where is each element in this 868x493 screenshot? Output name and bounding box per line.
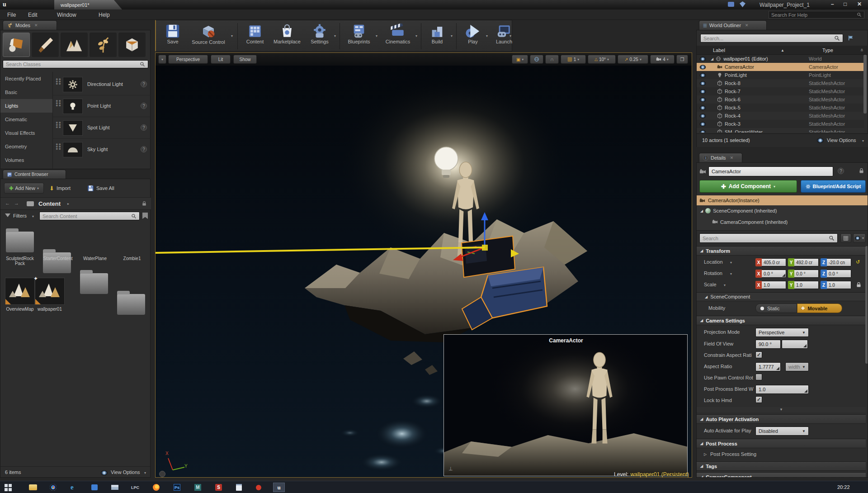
aspect-ratio-input[interactable]: 1.7777 [755,362,781,371]
drag-handle-icon[interactable]: ●●●●●● [56,143,61,150]
location-y[interactable]: Y492.0 cr [788,258,819,266]
outliner-scrollbar[interactable] [863,55,867,114]
details-tab[interactable]: i Details ✕ [699,153,742,162]
category-recently-placed[interactable]: Recently Placed [0,72,52,85]
visibility-eye-icon[interactable] [700,105,706,110]
rotation-caret-icon[interactable]: ▾ [730,272,732,276]
gem-icon[interactable] [740,1,745,7]
visibility-eye-icon[interactable] [700,89,706,94]
menu-file[interactable]: File [7,12,16,18]
mode-foliage-button[interactable] [90,33,117,57]
category-lights[interactable]: Lights [0,99,52,113]
field-of-view-slider[interactable] [782,340,808,349]
property-matrix-button[interactable] [840,233,851,243]
start-button[interactable] [5,484,12,491]
lock-to-hmd-checkbox[interactable]: ✓ [755,396,762,403]
category-basic[interactable]: Basic [0,85,52,99]
maximize-viewport-button[interactable]: ❐ [676,55,688,64]
asset-overviewmap[interactable] [5,278,35,305]
rotation-y[interactable]: Y0.0 ° [788,270,819,278]
level-tab[interactable]: wallpaper01* [54,0,122,9]
column-label[interactable]: Label [713,47,725,53]
menu-edit[interactable]: Edit [28,12,38,18]
placeable-point-light[interactable]: ●●●●●● Point Light ? [53,95,151,117]
display-filter-button[interactable]: ▾ [853,233,866,243]
camera-component-row[interactable]: CameraComponent (Inherited) [712,219,788,225]
expander-icon[interactable]: ◢ [711,57,713,61]
outliner-row[interactable]: CameraActorCameraActor [697,63,864,71]
source-control-caret-icon[interactable]: ▾ [231,34,233,38]
scale-z[interactable]: Z1.0 [821,281,851,289]
mode-paint-button[interactable] [32,33,59,57]
visibility-eye-icon[interactable] [700,130,706,133]
forward-arrow-icon[interactable]: → [14,200,19,206]
world-transform-button[interactable] [530,55,543,64]
outliner-row[interactable]: SM_OceanWaterStaticMeshActor [697,128,864,133]
launch-button[interactable]: Launch [491,22,518,50]
view-options-eye-icon[interactable] [101,470,108,475]
visibility-eye-icon[interactable] [700,57,706,61]
outliner-row[interactable]: Rock-3StaticMeshActor [697,120,864,128]
scale-y[interactable]: Y1.0 [788,281,819,289]
taskbar-clock[interactable]: 20:22 [837,484,850,490]
cinematics-caret-icon[interactable]: ▾ [415,34,417,38]
details-scrollbar[interactable] [865,246,868,364]
expander-icon[interactable]: ◢ [700,209,703,213]
rotation-x[interactable]: X0.0 ° [755,270,786,278]
grid-snap-button[interactable]: 1▾ [561,55,586,64]
expander-icon[interactable]: ▷ [704,452,707,456]
reset-location-icon[interactable]: ↺ [856,259,860,265]
launch-caret-icon[interactable]: ▾ [509,34,511,38]
name-help-icon[interactable]: ? [838,168,844,174]
lit-button[interactable]: Lit [211,55,231,64]
help-question-icon[interactable]: ? [141,146,147,152]
outliner-row[interactable]: Rock-6StaticMeshActor [697,95,864,104]
settings-button[interactable]: Settings [306,22,333,50]
modes-tab[interactable]: Modes ✕ [3,20,57,30]
outliner-search-input[interactable]: Search... [700,34,843,43]
folder-waterplane[interactable] [80,273,108,294]
view-options-caret-icon[interactable]: ▾ [862,139,864,143]
drag-handle-icon[interactable]: ●●●●●● [56,78,61,85]
show-button[interactable]: Show [233,55,257,64]
close-button[interactable]: ✕ [857,1,862,7]
chrome-icon[interactable] [50,484,57,491]
breadcrumb-caret-icon[interactable]: ▸ [67,202,69,206]
perspective-button[interactable]: Perspective [168,55,208,64]
expand-advanced-button[interactable]: ▾ [697,407,866,412]
camera-actor-instance-row[interactable]: CameraActor(Instance) [697,195,868,205]
filters-caret-icon[interactable]: ▾ [32,214,34,218]
filter-icon[interactable]: ≛ [860,48,863,52]
unreal-taskbar-icon[interactable]: u [273,483,285,492]
back-arrow-icon[interactable]: ← [5,200,10,206]
rotation-snap-button[interactable]: △10°▾ [588,55,616,64]
minimize-button[interactable]: – [831,1,834,7]
chat-icon[interactable] [728,2,734,7]
drag-handle-icon[interactable]: ●●●●●● [56,100,61,107]
column-type[interactable]: Type [822,47,833,53]
photos-icon[interactable] [91,484,98,490]
scale-label[interactable]: Scale [704,282,717,287]
mobility-movable-button[interactable]: ✥ Movable [797,303,842,313]
viewport-options-button[interactable]: ▾ [158,55,166,64]
firefox-icon[interactable] [153,484,160,491]
visibility-eye-icon[interactable] [700,122,706,126]
actor-name-field[interactable]: CameraActor [708,166,833,176]
path-lock-icon[interactable] [142,201,147,206]
view-options-caret-icon[interactable]: ▾ [144,471,146,475]
post-process-section-header[interactable]: ◢Post Process [697,439,866,448]
play-button[interactable]: Play [461,22,485,50]
use-pawn-control-checkbox[interactable] [755,374,762,380]
cameracomponent-section-header[interactable]: ◢CameraComponent [697,472,866,478]
create-folder-icon[interactable] [848,35,854,41]
placeable-spot-light[interactable]: ●●●●●● Spot Light ? [53,117,151,139]
blueprint-add-script-button[interactable]: Blueprint/Add Script [801,180,866,193]
maximize-button[interactable]: □ [844,1,847,7]
outliner-row[interactable]: Rock-4StaticMeshActor [697,112,864,120]
viewport[interactable]: X Y ▾ Perspective Lit Show ▣▾ ∩ 1▾ △10°▾… [155,52,692,478]
notepad-icon[interactable] [236,484,242,491]
help-question-icon[interactable]: ? [141,81,147,87]
placeable-directional-light[interactable]: ●●●●●● Directional Light ? [53,74,151,95]
location-z[interactable]: Z-20.0 cn [821,258,851,266]
visibility-eye-icon[interactable] [700,114,706,118]
